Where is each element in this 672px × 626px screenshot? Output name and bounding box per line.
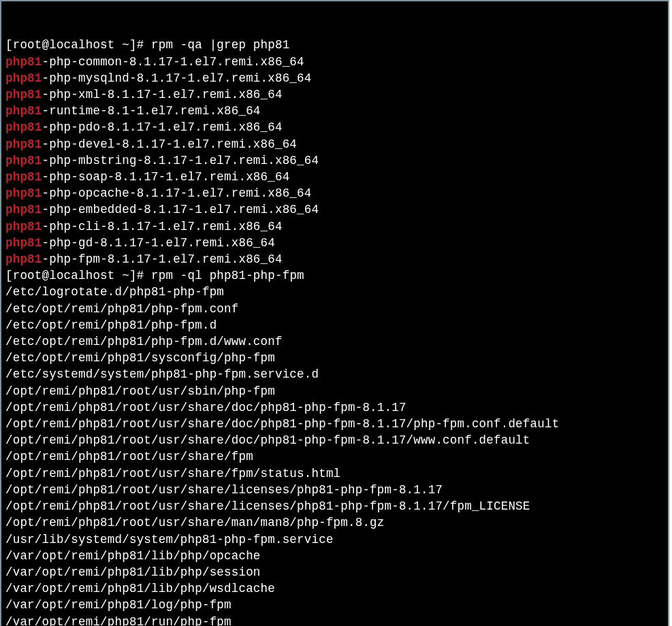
grep-match: php81 xyxy=(5,104,42,118)
command-text: rpm -ql php81-php-fpm xyxy=(151,269,304,282)
shell-prompt: [root@localhost ~]# xyxy=(5,269,151,282)
package-suffix: -php-devel-8.1.17-1.el7.remi.x86_64 xyxy=(42,137,298,151)
file-path-line: /usr/lib/systemd/system/php81-php-fpm.se… xyxy=(5,531,667,548)
file-path-line: /opt/remi/php81/root/usr/share/fpm xyxy=(5,448,667,465)
file-path-line: /etc/opt/remi/php81/php-fpm.conf xyxy=(5,301,667,317)
file-path-line: /var/opt/remi/php81/lib/php/wsdlcache xyxy=(5,580,667,597)
grep-match: php81 xyxy=(5,55,42,69)
file-path-line: /opt/remi/php81/root/usr/share/licenses/… xyxy=(5,498,667,514)
package-suffix: -php-fpm-8.1.17-1.el7.remi.x86_64 xyxy=(42,252,283,266)
package-line: php81-php-devel-8.1.17-1.el7.remi.x86_64 xyxy=(5,136,667,152)
package-suffix: -runtime-8.1-1.el7.remi.x86_64 xyxy=(42,104,261,118)
package-list: php81-php-common-8.1.17-1.el7.remi.x86_6… xyxy=(5,54,667,268)
terminal-output[interactable]: [root@localhost ~]# rpm -qa |grep php81p… xyxy=(0,0,669,626)
file-path-line: /var/opt/remi/php81/run/php-fpm xyxy=(5,614,667,626)
package-line: php81-php-soap-8.1.17-1.el7.remi.x86_64 xyxy=(5,169,667,185)
file-path-line: /etc/logrotate.d/php81-php-fpm xyxy=(5,284,667,300)
grep-match: php81 xyxy=(5,236,42,250)
package-line: php81-php-cli-8.1.17-1.el7.remi.x86_64 xyxy=(5,218,667,235)
package-suffix: -php-common-8.1.17-1.el7.remi.x86_64 xyxy=(42,55,304,69)
grep-match: php81 xyxy=(5,120,42,134)
shell-prompt: [root@localhost ~]# xyxy=(5,38,151,52)
grep-match: php81 xyxy=(5,71,42,85)
grep-match: php81 xyxy=(5,220,42,233)
grep-match: php81 xyxy=(5,203,42,216)
grep-match: php81 xyxy=(5,170,42,184)
file-path-line: /opt/remi/php81/root/usr/sbin/php-fpm xyxy=(5,383,667,399)
grep-match: php81 xyxy=(5,137,42,151)
grep-match: php81 xyxy=(5,88,42,101)
file-path-line: /opt/remi/php81/root/usr/share/man/man8/… xyxy=(5,514,667,531)
file-path-line: /etc/systemd/system/php81-php-fpm.servic… xyxy=(5,366,667,382)
package-suffix: -php-pdo-8.1.17-1.el7.remi.x86_64 xyxy=(42,120,283,134)
file-path-line: /etc/opt/remi/php81/sysconfig/php-fpm xyxy=(5,350,667,366)
package-line: php81-php-fpm-8.1.17-1.el7.remi.x86_64 xyxy=(5,251,667,267)
package-suffix: -php-soap-8.1.17-1.el7.remi.x86_64 xyxy=(42,170,290,184)
package-suffix: -php-mysqlnd-8.1.17-1.el7.remi.x86_64 xyxy=(42,71,312,85)
file-list: /etc/logrotate.d/php81-php-fpm/etc/opt/r… xyxy=(5,284,667,626)
package-line: php81-php-common-8.1.17-1.el7.remi.x86_6… xyxy=(5,54,667,70)
prompt-line-2: [root@localhost ~]# rpm -ql php81-php-fp… xyxy=(5,267,667,284)
file-path-line: /var/opt/remi/php81/lib/php/opcache xyxy=(5,548,667,564)
package-suffix: -php-gd-8.1.17-1.el7.remi.x86_64 xyxy=(42,236,275,250)
package-line: php81-php-opcache-8.1.17-1.el7.remi.x86_… xyxy=(5,185,667,201)
package-line: php81-php-xml-8.1.17-1.el7.remi.x86_64 xyxy=(5,86,667,103)
package-line: php81-php-gd-8.1.17-1.el7.remi.x86_64 xyxy=(5,235,667,251)
grep-match: php81 xyxy=(5,154,42,167)
file-path-line: /var/opt/remi/php81/lib/php/session xyxy=(5,564,667,580)
package-line: php81-runtime-8.1-1.el7.remi.x86_64 xyxy=(5,103,667,119)
file-path-line: /etc/opt/remi/php81/php-fpm.d xyxy=(5,317,667,333)
package-line: php81-php-mysqlnd-8.1.17-1.el7.remi.x86_… xyxy=(5,70,667,86)
package-line: php81-php-pdo-8.1.17-1.el7.remi.x86_64 xyxy=(5,119,667,135)
package-line: php81-php-embedded-8.1.17-1.el7.remi.x86… xyxy=(5,201,667,218)
grep-match: php81 xyxy=(5,252,42,266)
file-path-line: /opt/remi/php81/root/usr/share/doc/php81… xyxy=(5,399,667,416)
file-path-line: /etc/opt/remi/php81/php-fpm.d/www.conf xyxy=(5,333,667,350)
file-path-line: /var/opt/remi/php81/log/php-fpm xyxy=(5,597,667,613)
file-path-line: /opt/remi/php81/root/usr/share/doc/php81… xyxy=(5,432,667,448)
package-suffix: -php-embedded-8.1.17-1.el7.remi.x86_64 xyxy=(42,203,319,216)
package-line: php81-php-mbstring-8.1.17-1.el7.remi.x86… xyxy=(5,152,667,169)
package-suffix: -php-xml-8.1.17-1.el7.remi.x86_64 xyxy=(42,88,283,101)
file-path-line: /opt/remi/php81/root/usr/share/doc/php81… xyxy=(5,416,667,432)
package-suffix: -php-cli-8.1.17-1.el7.remi.x86_64 xyxy=(42,220,283,233)
file-path-line: /opt/remi/php81/root/usr/share/licenses/… xyxy=(5,482,667,498)
prompt-line-1: [root@localhost ~]# rpm -qa |grep php81 xyxy=(5,37,667,53)
file-path-line: /opt/remi/php81/root/usr/share/fpm/statu… xyxy=(5,465,667,482)
package-suffix: -php-mbstring-8.1.17-1.el7.remi.x86_64 xyxy=(42,154,319,167)
command-text: rpm -qa |grep php81 xyxy=(151,38,289,52)
grep-match: php81 xyxy=(5,186,42,200)
package-suffix: -php-opcache-8.1.17-1.el7.remi.x86_64 xyxy=(42,186,312,200)
